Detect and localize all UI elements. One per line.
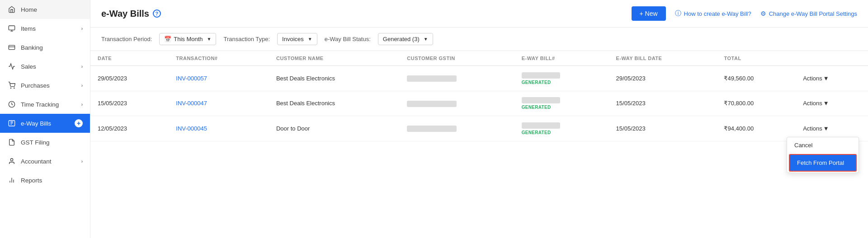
how-to-create-link[interactable]: ⓘ How to create e-Way Bill?: [675, 9, 751, 18]
svg-point-5: [10, 88, 11, 88]
sidebar-item-label: Items: [21, 25, 36, 32]
cancel-menu-item[interactable]: Cancel: [787, 137, 859, 153]
date-cell: 29/05/2023: [90, 66, 169, 91]
svg-rect-3: [9, 45, 14, 49]
header-actions: + New ⓘ How to create e-Way Bill? ⚙ Chan…: [632, 6, 858, 21]
settings-icon: ⚙: [760, 10, 766, 17]
col-date: DATE: [90, 51, 169, 66]
chevron-right-icon: ›: [81, 83, 83, 88]
filter-bar: Transaction Period: 📅 This Month ▼ Trans…: [90, 28, 868, 51]
svg-rect-0: [9, 26, 14, 30]
main-content: e-Way Bills ? + New ⓘ How to create e-Wa…: [90, 0, 868, 238]
chevron-down-icon: ▼: [308, 37, 312, 42]
new-button[interactable]: + New: [632, 6, 666, 21]
col-eway-bill: E-WAY BILL#: [514, 51, 609, 66]
type-label: Transaction Type:: [223, 36, 270, 42]
transaction-cell: INV-000057: [169, 66, 269, 91]
eway-bill-blurred: [522, 97, 560, 103]
eway-bill-cell: GENERATED: [514, 91, 609, 116]
table-container: DATE TRANSACTION# CUSTOMER NAME CUSTOMER…: [90, 51, 868, 238]
sidebar-item-label: Banking: [21, 44, 43, 51]
items-icon: [7, 24, 16, 33]
gstin-blurred: [407, 126, 457, 132]
info-icon: ⓘ: [675, 9, 681, 18]
actions-button-row1[interactable]: Actions ▼: [803, 75, 829, 82]
total-cell: ₹70,800.00: [717, 91, 796, 116]
sidebar-item-label: Reports: [21, 177, 42, 184]
chevron-down-icon: ▼: [424, 37, 428, 42]
period-label: Transaction Period:: [101, 36, 152, 42]
sidebar-item-label: Home: [21, 6, 37, 13]
table-row: 12/05/2023 INV-000045 Door to Door GENER…: [90, 116, 868, 141]
chevron-down-icon: ▼: [207, 37, 212, 42]
gstin-blurred: [407, 101, 457, 107]
help-icon[interactable]: ?: [153, 9, 161, 18]
add-circle-icon: +: [75, 119, 83, 127]
customer-cell: Best Deals Electronics: [269, 91, 400, 116]
eway-bill-blurred: [522, 72, 560, 79]
table-row: 15/05/2023 INV-000047 Best Deals Electro…: [90, 91, 868, 116]
col-customer: CUSTOMER NAME: [269, 51, 400, 66]
sidebar-item-time-tracking[interactable]: Time Tracking ›: [0, 95, 90, 114]
sidebar-item-banking[interactable]: Banking: [0, 38, 90, 57]
customer-cell: Door to Door: [269, 116, 400, 141]
actions-dropdown-menu: Cancel Fetch From Portal: [787, 137, 859, 173]
sidebar-item-label: GST Filing: [21, 139, 50, 146]
col-actions: [796, 51, 868, 66]
sidebar: Home Items › Banking Sales › Purchases ›: [0, 0, 90, 238]
page-title: e-Way Bills: [101, 9, 149, 19]
sidebar-item-label: Time Tracking: [21, 101, 59, 108]
date-cell: 15/05/2023: [90, 91, 169, 116]
page-header: e-Way Bills ? + New ⓘ How to create e-Wa…: [90, 0, 868, 28]
table-row: 29/05/2023 INV-000057 Best Deals Electro…: [90, 66, 868, 91]
time-icon: [7, 100, 16, 109]
chevron-down-icon: ▼: [823, 100, 829, 107]
status-dropdown[interactable]: Generated (3) ▼: [378, 33, 433, 45]
transaction-cell: INV-000045: [169, 116, 269, 141]
sidebar-item-eway-bills[interactable]: e-Way Bills +: [0, 114, 90, 133]
home-icon: [7, 5, 16, 14]
sidebar-item-label: Sales: [21, 63, 36, 70]
change-portal-settings-link[interactable]: ⚙ Change e-Way Bill Portal Settings: [760, 10, 857, 17]
eway-icon: [7, 119, 16, 128]
sidebar-item-home[interactable]: Home: [0, 0, 90, 19]
chevron-right-icon: ›: [81, 64, 83, 69]
sidebar-item-gst-filing[interactable]: GST Filing: [0, 133, 90, 152]
eway-bill-cell: GENERATED: [514, 66, 609, 91]
actions-button-row2[interactable]: Actions ▼: [803, 100, 829, 107]
type-dropdown[interactable]: Invoices ▼: [277, 33, 317, 45]
period-dropdown[interactable]: 📅 This Month ▼: [159, 33, 216, 45]
total-cell: ₹49,560.00: [717, 66, 796, 91]
eway-date-cell: 15/05/2023: [609, 116, 717, 141]
chevron-down-icon: ▼: [823, 125, 829, 132]
transaction-cell: INV-000047: [169, 91, 269, 116]
banking-icon: [7, 43, 16, 52]
sidebar-item-sales[interactable]: Sales ›: [0, 57, 90, 76]
sidebar-item-purchases[interactable]: Purchases ›: [0, 76, 90, 95]
col-total: TOTAL: [717, 51, 796, 66]
action-cell: Actions ▼: [796, 91, 868, 116]
sidebar-item-accountant[interactable]: Accountant ›: [0, 152, 90, 171]
gstin-blurred: [407, 75, 457, 82]
gstin-cell: [400, 91, 514, 116]
sidebar-item-label: Accountant: [21, 158, 52, 165]
gst-icon: [7, 138, 16, 147]
sidebar-item-reports[interactable]: Reports: [0, 171, 90, 190]
date-cell: 12/05/2023: [90, 116, 169, 141]
gstin-cell: [400, 66, 514, 91]
sidebar-item-label: e-Way Bills: [21, 120, 51, 127]
svg-point-12: [10, 159, 13, 161]
total-cell: ₹94,400.00: [717, 116, 796, 141]
actions-button-row3[interactable]: Actions ▼: [803, 125, 829, 132]
header-left: e-Way Bills ?: [101, 9, 161, 19]
eway-date-cell: 29/05/2023: [609, 66, 717, 91]
fetch-from-portal-button[interactable]: Fetch From Portal: [789, 154, 857, 172]
accountant-icon: [7, 157, 16, 166]
gstin-cell: [400, 116, 514, 141]
col-transaction: TRANSACTION#: [169, 51, 269, 66]
sidebar-item-items[interactable]: Items ›: [0, 19, 90, 38]
chevron-right-icon: ›: [81, 26, 83, 31]
svg-point-6: [14, 88, 14, 88]
status-label: e-Way Bill Status:: [325, 36, 371, 42]
calendar-icon: 📅: [164, 36, 171, 42]
